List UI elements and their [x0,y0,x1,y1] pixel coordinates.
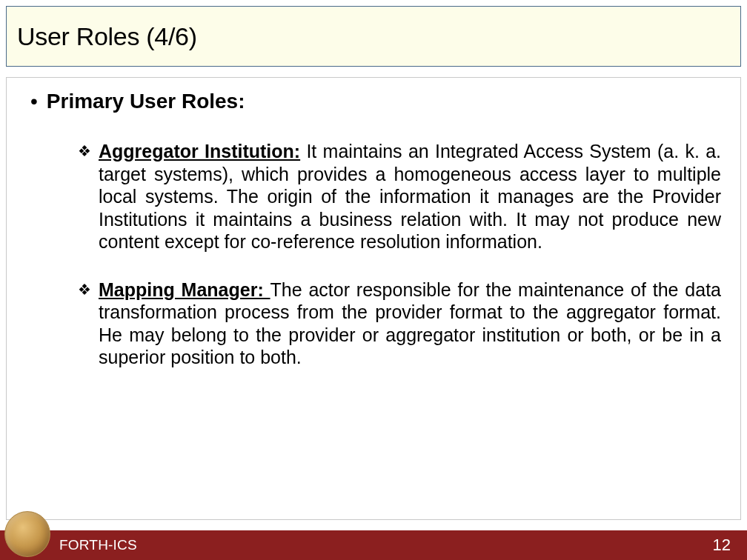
content-box: • Primary User Roles: ❖ Aggregator Insti… [6,77,741,520]
title-box: User Roles (4/6) [6,6,741,67]
slide: User Roles (4/6) • Primary User Roles: ❖… [0,0,747,560]
bullet-icon: • [30,91,38,112]
heading-row: • Primary User Roles: [30,90,724,113]
heading-text: Primary User Roles: [47,90,245,113]
item-body: Mapping Manager: The actor responsible f… [99,279,721,369]
logo-icon [4,511,50,557]
list-item: ❖ Mapping Manager: The actor responsible… [78,279,721,369]
item-body: Aggregator Institution: It maintains an … [99,140,721,253]
item-term: Mapping Manager: [99,279,270,300]
footer-bar: FORTH-ICS 12 [0,530,747,560]
diamond-icon: ❖ [78,279,91,301]
slide-title: User Roles (4/6) [17,22,197,51]
list-item: ❖ Aggregator Institution: It maintains a… [78,140,721,253]
page-number: 12 [713,536,731,555]
footer-org: FORTH-ICS [59,537,137,553]
diamond-icon: ❖ [78,140,91,162]
item-term: Aggregator Institution: [99,141,300,161]
